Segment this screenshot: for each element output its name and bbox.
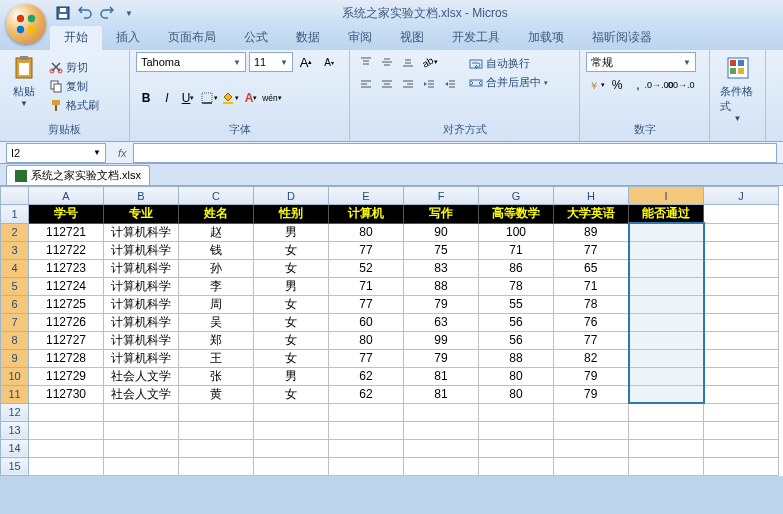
grow-font-button[interactable]: A▴ [296, 52, 316, 72]
name-box[interactable]: I2▼ [6, 143, 106, 163]
cell[interactable]: 高等数学 [479, 205, 554, 224]
cell[interactable]: 计算机科学 [104, 223, 179, 241]
col-header[interactable]: H [554, 187, 629, 205]
cell[interactable] [554, 439, 629, 457]
cell[interactable]: 男 [254, 367, 329, 385]
font-color-button[interactable]: A▾ [241, 88, 261, 108]
cell[interactable]: 82 [554, 349, 629, 367]
ribbon-tab-6[interactable]: 视图 [386, 25, 438, 50]
cell[interactable] [254, 421, 329, 439]
cell[interactable]: 社会人文学 [104, 385, 179, 403]
col-header[interactable]: E [329, 187, 404, 205]
cell[interactable]: 计算机科学 [104, 295, 179, 313]
col-header[interactable]: A [29, 187, 104, 205]
cell[interactable]: 张 [179, 367, 254, 385]
row-header[interactable]: 13 [1, 421, 29, 439]
cell[interactable]: 李 [179, 277, 254, 295]
cell[interactable] [629, 331, 704, 349]
cell[interactable]: 77 [554, 241, 629, 259]
cell[interactable] [629, 223, 704, 241]
cell[interactable]: 112729 [29, 367, 104, 385]
row-header[interactable]: 3 [1, 241, 29, 259]
cell[interactable]: 79 [404, 349, 479, 367]
cell[interactable] [254, 439, 329, 457]
cell[interactable]: 女 [254, 349, 329, 367]
italic-button[interactable]: I [157, 88, 177, 108]
cell[interactable]: 79 [404, 295, 479, 313]
cell[interactable] [629, 457, 704, 475]
cell[interactable]: 60 [329, 313, 404, 331]
cell[interactable]: 计算机科学 [104, 349, 179, 367]
save-icon[interactable] [54, 4, 72, 22]
wrap-text-button[interactable]: 自动换行 [466, 55, 551, 72]
cell[interactable]: 写作 [404, 205, 479, 224]
cell[interactable]: 78 [554, 295, 629, 313]
cell[interactable] [179, 439, 254, 457]
cell[interactable]: 黄 [179, 385, 254, 403]
ribbon-tab-2[interactable]: 页面布局 [154, 25, 230, 50]
cell[interactable]: 学号 [29, 205, 104, 224]
font-size-combo[interactable]: 11▼ [249, 52, 293, 72]
cell[interactable] [29, 421, 104, 439]
ribbon-tab-8[interactable]: 加载项 [514, 25, 578, 50]
cell[interactable] [704, 259, 779, 277]
formula-bar[interactable] [133, 143, 777, 163]
cell[interactable]: 76 [554, 313, 629, 331]
cell[interactable]: 计算机 [329, 205, 404, 224]
cell[interactable] [704, 367, 779, 385]
cell[interactable]: 112722 [29, 241, 104, 259]
cell[interactable] [554, 421, 629, 439]
cell[interactable]: 王 [179, 349, 254, 367]
ribbon-tab-0[interactable]: 开始 [50, 25, 102, 50]
cell[interactable]: 社会人文学 [104, 367, 179, 385]
row-header[interactable]: 8 [1, 331, 29, 349]
cell[interactable]: 80 [329, 223, 404, 241]
cell[interactable]: 56 [479, 331, 554, 349]
cell[interactable] [179, 421, 254, 439]
cell[interactable]: 女 [254, 241, 329, 259]
orientation-button[interactable]: ab▾ [419, 52, 439, 72]
border-button[interactable]: ▾ [199, 88, 219, 108]
cell[interactable]: 女 [254, 331, 329, 349]
cell[interactable] [704, 421, 779, 439]
row-header[interactable]: 1 [1, 205, 29, 224]
cell[interactable] [629, 367, 704, 385]
cell[interactable] [704, 457, 779, 475]
worksheet[interactable]: ABCDEFGHIJ1学号专业姓名性别计算机写作高等数学大学英语能否通过2112… [0, 186, 783, 476]
cell[interactable]: 112723 [29, 259, 104, 277]
increase-indent-button[interactable] [440, 74, 460, 94]
cell[interactable] [554, 457, 629, 475]
phonetic-button[interactable]: wén▾ [262, 88, 282, 108]
cell[interactable] [404, 439, 479, 457]
cell[interactable] [329, 457, 404, 475]
cell[interactable]: 112730 [29, 385, 104, 403]
cell[interactable]: 112725 [29, 295, 104, 313]
cell[interactable]: 112721 [29, 223, 104, 241]
cell[interactable] [179, 403, 254, 421]
row-header[interactable]: 14 [1, 439, 29, 457]
row-header[interactable]: 11 [1, 385, 29, 403]
cell[interactable] [629, 295, 704, 313]
cell[interactable]: 112728 [29, 349, 104, 367]
cell[interactable]: 80 [479, 367, 554, 385]
decrease-indent-button[interactable] [419, 74, 439, 94]
ribbon-tab-3[interactable]: 公式 [230, 25, 282, 50]
cell[interactable] [479, 457, 554, 475]
cell[interactable] [704, 241, 779, 259]
cell[interactable] [329, 439, 404, 457]
col-header[interactable]: D [254, 187, 329, 205]
cell[interactable]: 112726 [29, 313, 104, 331]
col-header[interactable]: G [479, 187, 554, 205]
row-header[interactable]: 10 [1, 367, 29, 385]
conditional-format-button[interactable]: 条件格式▼ [716, 52, 759, 125]
cell[interactable]: 88 [479, 349, 554, 367]
cell[interactable]: 孙 [179, 259, 254, 277]
cell[interactable]: 性别 [254, 205, 329, 224]
cell[interactable] [704, 205, 779, 224]
cell[interactable]: 姓名 [179, 205, 254, 224]
fx-icon[interactable]: fx [118, 147, 127, 159]
col-header[interactable]: I [629, 187, 704, 205]
cell[interactable]: 62 [329, 385, 404, 403]
cell[interactable]: 计算机科学 [104, 277, 179, 295]
underline-button[interactable]: U▾ [178, 88, 198, 108]
